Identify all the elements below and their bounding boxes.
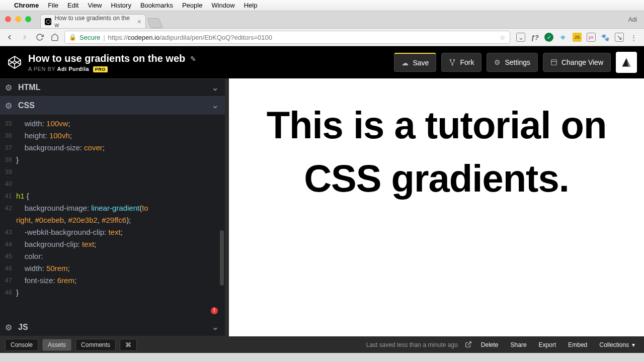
scrollbar-thumb[interactable] (220, 230, 224, 286)
code-line[interactable]: 47 font-size: 6rem; (0, 275, 225, 287)
extension-icon[interactable]: ƒ? (530, 33, 539, 42)
close-tab-icon[interactable]: × (137, 18, 141, 26)
window-controls (5, 16, 31, 22)
code-line[interactable]: 45 color: (0, 250, 225, 262)
css-panel-header[interactable]: ⚙ CSS ⌄ (0, 97, 225, 115)
code-text[interactable]: width: 100vw; (16, 118, 70, 130)
code-text[interactable]: background-image: linear-gradient(to (16, 202, 148, 214)
code-text[interactable]: right, #0cebeb, #20e3b2, #29ffc6); (16, 214, 131, 226)
profile-avatar[interactable] (616, 52, 637, 73)
close-window-button[interactable] (5, 16, 11, 22)
code-line[interactable]: 39 (0, 166, 225, 178)
chevron-down-icon[interactable]: ⌄ (210, 83, 220, 93)
chrome-menu-icon[interactable]: ⋮ (629, 33, 638, 42)
html-panel-header[interactable]: ⚙ HTML ⌄ (0, 78, 225, 97)
edit-title-icon[interactable]: ✎ (190, 55, 196, 63)
profile-name[interactable]: Adi (628, 16, 637, 23)
code-text[interactable]: font-size: 6rem; (16, 275, 76, 287)
code-line[interactable]: 38} (0, 154, 225, 166)
codepen-logo-icon[interactable] (7, 55, 22, 70)
line-number: 40 (0, 178, 16, 190)
code-text[interactable]: } (16, 287, 19, 299)
extension-icon[interactable]: 🐾 (601, 33, 610, 42)
gear-icon[interactable]: ⚙ (5, 101, 14, 110)
minimize-window-button[interactable] (15, 16, 21, 22)
extension-icon[interactable]: ↘ (615, 33, 624, 42)
js-panel-header[interactable]: ⚙ JS ⌄ (0, 318, 225, 336)
cloud-icon: ☁ (401, 59, 409, 67)
menu-bookmarks[interactable]: Bookmarks (140, 2, 173, 9)
open-external-icon[interactable] (465, 341, 473, 349)
code-line[interactable]: 37 background-size: cover; (0, 142, 225, 154)
back-button[interactable] (4, 32, 15, 43)
code-line[interactable]: 42 background-image: linear-gradient(to (0, 202, 225, 214)
code-text[interactable]: background-clip: text; (16, 238, 96, 250)
extension-icon[interactable]: JS (573, 33, 582, 42)
svg-line-11 (468, 341, 471, 344)
change-view-button[interactable]: Change View (543, 53, 611, 72)
browser-tab[interactable]: How to use gradients on the w × (40, 14, 146, 28)
code-line[interactable]: 41h1 { (0, 190, 225, 202)
code-text[interactable]: width: 50rem; (16, 262, 70, 275)
share-button[interactable]: Share (507, 341, 531, 348)
gear-icon[interactable]: ⚙ (5, 83, 14, 92)
embed-button[interactable]: Embed (564, 341, 591, 348)
tab-strip: How to use gradients on the w × Adi (0, 11, 644, 28)
fork-button[interactable]: Fork (441, 53, 481, 72)
reload-button[interactable] (34, 32, 45, 43)
address-bar[interactable]: 🔒 Secure | https://codepen.io/adipurdila… (64, 31, 510, 44)
menu-people[interactable]: People (182, 2, 202, 9)
bookmark-star-icon[interactable]: ☆ (500, 34, 506, 41)
code-text[interactable]: color: (16, 250, 43, 262)
code-text[interactable]: background-size: cover; (16, 142, 105, 154)
console-button[interactable]: Console (5, 339, 38, 351)
code-line[interactable]: 44 background-clip: text; (0, 238, 225, 250)
save-button[interactable]: ☁ Save (394, 53, 436, 72)
author-link[interactable]: Adi Purdila (57, 66, 90, 72)
error-indicator-icon[interactable]: ! (211, 307, 218, 314)
settings-button[interactable]: ⚙ Settings (487, 53, 538, 72)
code-text[interactable]: -webkit-background-clip: text; (16, 226, 123, 238)
code-text[interactable]: h1 { (16, 190, 29, 202)
forward-button[interactable] (19, 32, 30, 43)
new-tab-button[interactable] (147, 18, 163, 28)
home-button[interactable] (49, 32, 60, 43)
code-line[interactable]: 43 -webkit-background-clip: text; (0, 226, 225, 238)
extension-icon[interactable]: ✓ (544, 33, 553, 42)
chevron-down-icon[interactable]: ⌄ (210, 322, 220, 332)
css-editor[interactable]: 35 width: 100vw;36 height: 100vh;37 back… (0, 115, 225, 318)
code-line[interactable]: right, #0cebeb, #20e3b2, #29ffc6); (0, 214, 225, 226)
export-button[interactable]: Export (535, 341, 560, 348)
line-number: 39 (0, 166, 16, 178)
chevron-down-icon[interactable]: ⌄ (210, 101, 220, 110)
line-number: 38 (0, 154, 16, 166)
code-line[interactable]: 40 (0, 178, 225, 190)
code-line[interactable]: 46 width: 50rem; (0, 262, 225, 275)
maximize-window-button[interactable] (25, 16, 31, 22)
delete-button[interactable]: Delete (477, 341, 503, 348)
code-line[interactable]: 48} (0, 287, 225, 299)
gear-icon[interactable]: ⚙ (5, 323, 14, 332)
menu-file[interactable]: File (48, 2, 58, 9)
menu-history[interactable]: History (111, 2, 131, 9)
menu-window[interactable]: Window (211, 2, 234, 9)
extension-icon[interactable]: px (587, 33, 596, 42)
code-text[interactable]: } (16, 154, 19, 166)
menu-view[interactable]: View (88, 2, 102, 9)
code-text[interactable]: height: 100vh; (16, 130, 72, 142)
collections-button[interactable]: Collections ▾ (595, 341, 639, 348)
browser-toolbar: 🔒 Secure | https://codepen.io/adipurdila… (0, 28, 644, 46)
panel-label: JS (18, 323, 28, 332)
pocket-extension-icon[interactable]: ⌄ (516, 33, 525, 42)
assets-button[interactable]: Assets (42, 339, 71, 351)
shortcuts-button[interactable]: ⌘ (120, 339, 137, 351)
code-line[interactable]: 35 width: 100vw; (0, 118, 225, 130)
comments-button[interactable]: Comments (75, 339, 116, 351)
extension-icon[interactable]: ❖ (558, 33, 568, 42)
url-separator: | (103, 34, 105, 41)
menu-app[interactable]: Chrome (14, 2, 39, 9)
menu-edit[interactable]: Edit (67, 2, 78, 9)
code-line[interactable]: 36 height: 100vh; (0, 130, 225, 142)
menu-help[interactable]: Help (244, 2, 258, 9)
pen-title-area: How to use gradients on the web ✎ A PEN … (28, 53, 196, 72)
